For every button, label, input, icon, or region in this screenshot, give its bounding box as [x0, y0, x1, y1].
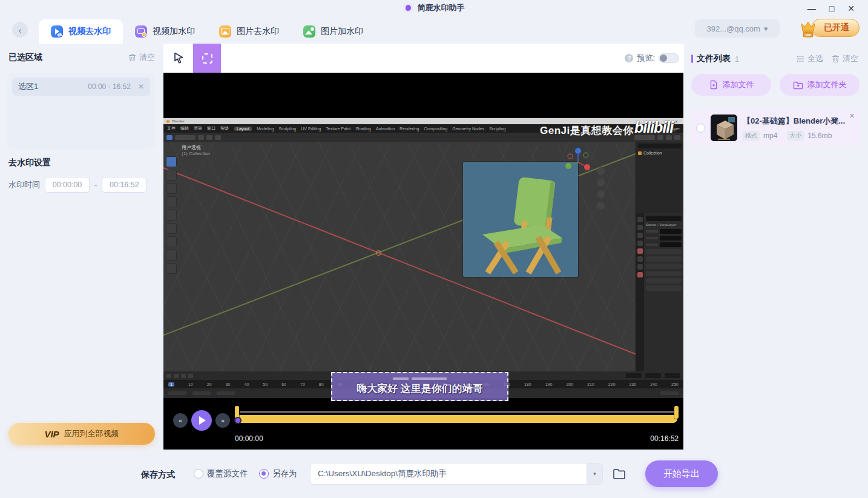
frame-number: 80	[319, 382, 324, 387]
current-time: 00:00:00	[235, 434, 263, 443]
trash-icon	[832, 55, 840, 63]
frame-number: 230	[630, 382, 637, 387]
frame-number: 250	[671, 382, 679, 387]
blender-workspace-tab: Texture Paint	[326, 127, 350, 131]
save-as-option[interactable]: 另存为	[259, 468, 297, 479]
blender-viewport: 用户透视 (1) Collection	[163, 142, 636, 371]
slider-track[interactable]	[240, 411, 674, 413]
vip-status-label: 已开通	[811, 19, 860, 37]
viewport-collection-label: (1) Collection	[182, 151, 210, 157]
watermark-selection-box[interactable]: 嗨大家好 这里是你们的靖哥	[331, 372, 508, 401]
region-time-range: 00:00 - 16:52	[88, 82, 131, 91]
fast-forward-button[interactable]: »	[215, 413, 230, 428]
preview-toggle[interactable]	[659, 53, 679, 63]
file-list-item[interactable]: ✕ 【02-基础篇】Blender小凳... 格式 mp4 大小 15.6mb	[690, 110, 860, 145]
slider-end-handle[interactable]	[674, 406, 679, 419]
svg-text:VIP: VIP	[806, 33, 811, 37]
time-start-input[interactable]	[45, 177, 90, 193]
time-label: 水印时间	[8, 179, 40, 190]
blender-workspace-tab: Sculpting	[278, 127, 296, 131]
play-button[interactable]	[191, 410, 212, 431]
playhead-dot[interactable]	[234, 417, 242, 424]
region-select-tool-button[interactable]	[193, 44, 221, 73]
vip-tag: VIP	[44, 429, 59, 439]
slider-selected-range[interactable]	[236, 415, 677, 423]
time-end-input[interactable]	[102, 177, 146, 193]
trim-slider[interactable]	[235, 405, 679, 425]
add-file-button[interactable]: 添加文件	[691, 74, 771, 96]
blender-properties: Scene › ViewLayer	[636, 213, 683, 371]
size-value: 15.6mb	[807, 131, 832, 140]
video-remove-icon	[51, 25, 63, 38]
close-button[interactable]: ✕	[847, 3, 855, 14]
regions-list: 选区1 00:00 - 16:52 ✕	[7, 73, 155, 149]
maximize-button[interactable]: □	[829, 3, 834, 14]
clear-regions-button[interactable]: 清空	[128, 52, 155, 63]
tab-video-add-watermark[interactable]: 视频加水印	[123, 19, 207, 44]
radio-selected[interactable]	[259, 469, 269, 479]
blender-toolbar	[166, 156, 177, 274]
file-plus-icon	[709, 80, 718, 90]
select-all-icon	[797, 55, 804, 62]
video-watermark-text: GenJi是真想教会你	[540, 124, 634, 138]
start-export-button[interactable]: 开始导出	[645, 460, 718, 487]
blender-workspace-tab: Rendering	[399, 127, 419, 131]
blender-menu-item: 窗口	[207, 125, 215, 131]
video-subtitle: 嗨大家好 这里是你们的靖哥	[357, 382, 483, 396]
remove-file-icon[interactable]: ✕	[849, 112, 855, 120]
total-time: 00:16:52	[650, 434, 679, 443]
cursor-tool-icon[interactable]	[172, 51, 185, 65]
header: ‹ 视频去水印 视频加水印 图片去水印 图片加水印 392...@qq.com …	[0, 16, 868, 44]
tab-image-remove-watermark[interactable]: 图片去水印	[207, 19, 291, 44]
radio-unselected[interactable]	[194, 469, 203, 479]
crown-icon: VIP	[798, 18, 818, 38]
clear-files-button[interactable]: 清空	[832, 53, 858, 64]
blender-outliner: Collection	[636, 142, 683, 213]
path-dropdown-button[interactable]: ▼	[587, 463, 602, 484]
back-button[interactable]: ‹	[12, 22, 28, 38]
chair-reference-image	[463, 162, 578, 277]
tool-strip: ? 预览:	[163, 44, 684, 73]
tab-label: 视频加水印	[153, 26, 195, 37]
file-list-title: 文件列表	[697, 53, 731, 64]
account-dropdown[interactable]: 392...@qq.com ▾	[695, 19, 780, 38]
frame-number: 50	[263, 382, 268, 387]
folder-plus-icon	[793, 81, 803, 90]
format-chip: 格式	[743, 131, 760, 141]
vip-status-badge[interactable]: VIP 已开通	[798, 18, 860, 38]
file-count: 1	[735, 55, 797, 64]
account-email: 392...@qq.com	[707, 24, 760, 33]
browse-folder-button[interactable]	[611, 466, 627, 482]
tab-image-add-watermark[interactable]: 图片加水印	[291, 19, 375, 44]
help-icon[interactable]: ?	[625, 54, 633, 62]
add-folder-button[interactable]: 添加文件夹	[780, 74, 860, 96]
blender-workspace-tab: Scripting	[489, 127, 505, 131]
blender-menu-item: 渲染	[194, 125, 202, 131]
watermark-time-row: 水印时间 -	[8, 177, 146, 193]
output-path-input[interactable]	[311, 470, 587, 479]
apply-all-videos-button[interactable]: VIP 应用到全部视频	[8, 423, 155, 445]
blender-menus: 文件编辑渲染窗口帮助	[167, 125, 229, 131]
frame-number: 40	[244, 382, 249, 387]
frame-number: 1	[168, 382, 174, 387]
minimize-button[interactable]: —	[807, 3, 816, 14]
rewind-button[interactable]: «	[173, 413, 188, 428]
image-remove-icon	[219, 25, 231, 38]
outliner-collection: Collection	[643, 151, 662, 155]
frame-number: 20	[207, 382, 212, 387]
frame-number: 210	[587, 382, 594, 387]
video-preview[interactable]: Blender ‒ ▢ ✕ 文件编辑渲染窗口帮助 LayoutModelingS…	[163, 73, 683, 450]
overwrite-source-option[interactable]: 覆盖源文件	[194, 468, 248, 479]
tab-video-remove-watermark[interactable]: 视频去水印	[39, 19, 123, 44]
blender-workspace-tab: Animation	[376, 127, 395, 131]
preview-control: ? 预览:	[625, 44, 679, 73]
viewport-mode-label: 用户透视	[182, 145, 210, 151]
file-select-radio[interactable]	[696, 124, 705, 133]
select-all-button[interactable]: 全选	[797, 53, 823, 64]
remove-region-icon[interactable]: ✕	[138, 82, 144, 91]
footer-bar: 保存方式 覆盖源文件 另存为 ▼ 开始导出	[0, 450, 868, 498]
app-title: 简鹿水印助手	[418, 2, 465, 13]
frame-number: 70	[300, 382, 305, 387]
accent-bar	[691, 55, 693, 63]
region-item[interactable]: 选区1 00:00 - 16:52 ✕	[12, 78, 150, 96]
